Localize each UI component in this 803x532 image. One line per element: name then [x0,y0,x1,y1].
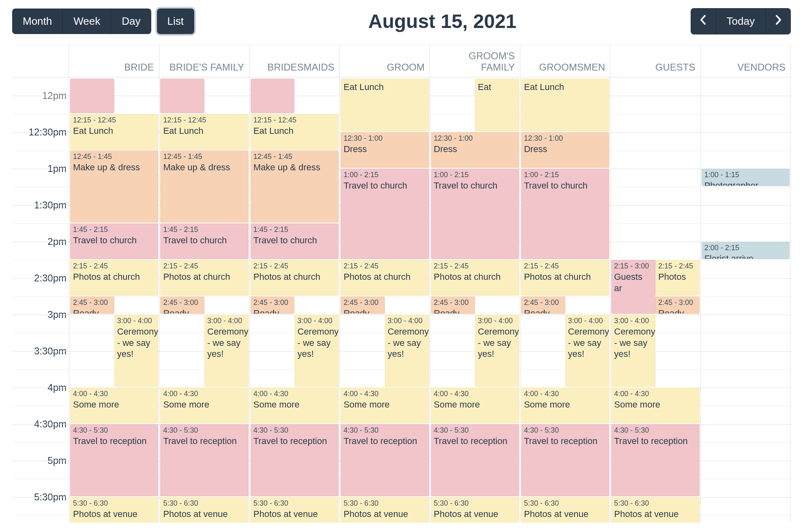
resource-column[interactable]: Eat Lunch12:30 - 1:00Dress1:00 - 2:15Tra… [520,77,610,523]
calendar-event[interactable]: 5:30 - 6:30Photos at venue [431,497,519,523]
resource-column[interactable]: Eat Lunch12:30 - 1:00Dress1:00 - 2:15Tra… [340,77,430,523]
calendar-event[interactable]: 12:30 - 1:00Dress [521,132,609,168]
calendar-event[interactable]: 12:15 - 12:45Eat Lunch [251,114,339,150]
calendar-event[interactable]: 1:00 - 1:15Photographer [702,169,790,186]
calendar-event[interactable]: 4:00 - 4:30Some more [521,388,609,423]
calendar-event[interactable]: 2:15 - 2:45Photos [655,260,700,296]
calendar-event[interactable]: 12:15 - 12:45Eat Lunch [70,114,158,150]
calendar-event[interactable]: 2:15 - 2:45Photos at church [521,260,609,296]
calendar-event[interactable]: 2:45 - 3:00Ready for [521,296,565,314]
event-time: 2:00 - 2:15 [704,244,787,252]
calendar-event[interactable]: 3:00 - 4:00Ceremony - we say yes! [565,315,610,387]
event-time: 2:45 - 3:00 [163,298,202,307]
calendar-event[interactable]: 5:30 - 6:30Photos at venue [521,497,609,523]
calendar-event[interactable]: 4:00 - 4:30Some more [611,388,699,423]
calendar-event[interactable]: 5:30 - 6:30Photos at venue [70,497,158,523]
calendar-event[interactable]: 2:45 - 3:00Ready for [251,296,295,314]
today-button[interactable]: Today [716,8,765,34]
view-list-button[interactable]: List [157,9,194,34]
calendar-event[interactable]: 2:15 - 2:45Photos at church [431,260,519,296]
view-day-button[interactable]: Day [111,9,151,34]
calendar-event[interactable]: 3:00 - 4:00Ceremony - we say yes! [385,315,429,387]
view-week-button[interactable]: Week [62,9,111,34]
event-time: 4:30 - 5:30 [73,426,155,435]
event-title: Eat Lunch [163,125,245,137]
calendar-event[interactable]: 2:45 - 3:00Ready [655,296,700,314]
calendar-event[interactable]: 5:30 - 6:30Photos at venue [611,497,699,523]
event-time: 3:00 - 4:00 [388,317,426,325]
resource-column[interactable]: 2:15 - 3:00Guests ar2:15 - 2:45Photos2:4… [610,77,700,523]
calendar-event[interactable]: 3:00 - 4:00Ceremony - we say yes! [611,315,655,387]
calendar-event[interactable]: 4:30 - 5:30Travel to reception [341,424,429,496]
calendar-event[interactable]: 4:00 - 4:30Some more [341,388,429,423]
event-title: Travel to reception [253,435,336,447]
calendar-event[interactable]: 1:00 - 2:15Travel to church [341,169,429,259]
calendar-event[interactable]: 3:00 - 4:00Ceremony - we say yes! [114,315,159,387]
resource-column[interactable]: Eat12:30 - 1:00Dress1:00 - 2:15Travel to… [430,77,520,523]
calendar-event[interactable]: 2:45 - 3:00Ready for [431,296,475,314]
event-title: Photos at church [163,271,245,283]
calendar-event[interactable]: 5:30 - 6:30Photos at venue [160,497,248,523]
calendar-event[interactable]: 4:30 - 5:30Travel to reception [70,424,158,496]
calendar-event[interactable]: 12:30 - 1:00Dress [341,132,429,168]
calendar-event[interactable]: 4:30 - 5:30Travel to reception [521,424,609,496]
calendar-event[interactable]: 1:45 - 2:15Travel to church [251,223,339,259]
calendar-toolbar: Month Week Day List August 15, 2021 Toda… [12,8,791,34]
calendar-event[interactable]: 3:00 - 4:00Ceremony - we say yes! [204,315,249,387]
calendar-event[interactable]: 3:00 - 4:00Ceremony - we say yes! [475,315,519,387]
calendar-event[interactable] [251,79,295,113]
event-time: 4:00 - 4:30 [253,390,336,398]
event-title: Ceremony - we say yes! [478,326,516,360]
prev-button[interactable] [691,8,716,34]
next-button[interactable] [765,8,791,34]
resource-column[interactable]: 12:15 - 12:45Eat Lunch12:45 - 1:45Make u… [159,77,249,523]
calendar-event[interactable]: 2:00 - 2:15Florist arrive [702,242,790,259]
calendar-event[interactable]: 2:15 - 2:45Photos at church [160,260,248,296]
calendar-event[interactable]: 2:45 - 3:00Ready for [70,296,114,314]
calendar-event[interactable]: 12:15 - 12:45Eat Lunch [160,114,248,150]
calendar-event[interactable]: 2:45 - 3:00Ready for [160,296,204,314]
resource-column[interactable]: 1:00 - 1:15Photographer2:00 - 2:15Floris… [701,77,791,523]
calendar-event[interactable]: 2:15 - 2:45Photos at church [251,260,339,296]
calendar-event[interactable]: 2:15 - 2:45Photos at church [70,260,158,296]
calendar-event[interactable]: 1:00 - 2:15Travel to church [521,169,609,259]
calendar-event[interactable]: 3:00 - 4:00Ceremony - we say yes! [294,315,339,387]
calendar-event[interactable]: Eat [475,79,519,131]
event-time: 12:15 - 12:45 [253,116,336,124]
calendar-event[interactable]: 4:00 - 4:30Some more [160,388,248,423]
calendar-event[interactable]: 1:45 - 2:15Travel to church [70,223,158,259]
view-month-button[interactable]: Month [12,9,62,34]
calendar: BRIDEBRIDE'S FAMILYBRIDESMAIDSGROOMGROOM… [12,44,791,523]
resource-column[interactable]: 12:15 - 12:45Eat Lunch12:45 - 1:45Make u… [69,77,159,523]
calendar-event[interactable]: 4:30 - 5:30Travel to reception [611,424,699,496]
event-time: 4:00 - 4:30 [163,390,245,398]
event-title: Dress [524,144,606,155]
resource-column[interactable]: 12:15 - 12:45Eat Lunch12:45 - 1:45Make u… [250,77,340,523]
calendar-event[interactable]: 12:45 - 1:45Make up & dress [160,150,248,223]
calendar-event[interactable]: 12:45 - 1:45Make up & dress [70,150,158,223]
calendar-event[interactable]: Eat Lunch [521,79,609,131]
resource-header: BRIDESMAIDS [249,45,340,77]
calendar-event[interactable]: 4:00 - 4:30Some more [70,388,158,423]
calendar-event[interactable]: 1:45 - 2:15Travel to church [160,223,248,259]
calendar-event[interactable]: 12:30 - 1:00Dress [431,132,519,168]
event-title: Some more [524,399,606,410]
calendar-event[interactable]: 2:15 - 3:00Guests ar [611,260,655,314]
calendar-event[interactable]: 2:45 - 3:00Ready for [341,296,385,314]
calendar-event[interactable]: 4:00 - 4:30Some more [431,388,519,423]
calendar-event[interactable] [70,79,114,113]
calendar-event[interactable]: 2:15 - 2:45Photos at church [341,260,429,296]
calendar-event[interactable]: 4:30 - 5:30Travel to reception [160,424,248,496]
calendar-event[interactable]: 5:30 - 6:30Photos at venue [251,497,339,523]
calendar-event[interactable]: 1:00 - 2:15Travel to church [431,169,519,259]
calendar-event[interactable]: 4:30 - 5:30Travel to reception [431,424,519,496]
calendar-event[interactable]: 4:00 - 4:30Some more [251,388,339,423]
calendar-event[interactable]: 5:30 - 6:30Photos at venue [341,497,429,523]
calendar-event[interactable]: 4:30 - 5:30Travel to reception [251,424,339,496]
event-title: Eat Lunch [73,125,155,137]
calendar-event[interactable]: Eat Lunch [341,79,429,131]
calendar-event[interactable]: 12:45 - 1:45Make up & dress [251,150,339,223]
calendar-event[interactable] [160,79,204,113]
event-time: 12:45 - 1:45 [253,152,336,161]
calendar-body[interactable]: 12pm12:30pm1pm1:30pm2pm2:30pm3pm3:30pm4p… [12,77,791,523]
